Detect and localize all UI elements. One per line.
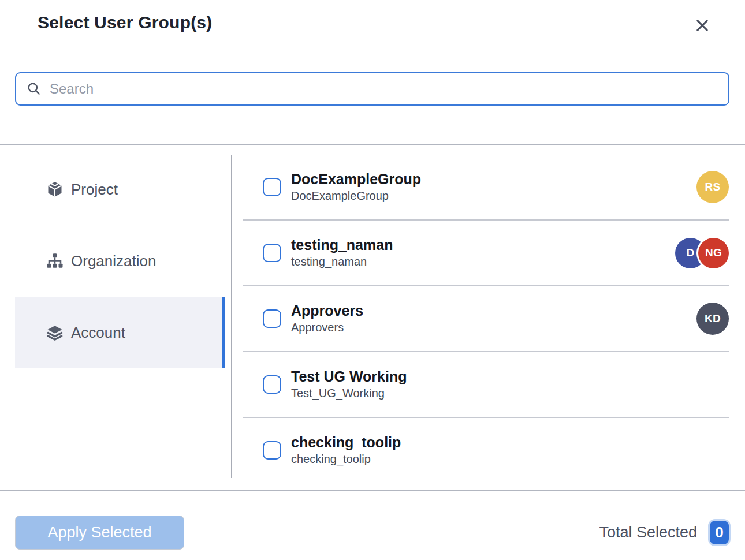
layers-icon [46,324,64,341]
group-checkbox[interactable] [263,178,281,196]
group-title: DocExampleGroup [291,170,421,188]
group-title: Test UG Working [291,368,407,386]
group-row[interactable]: Test UG Working Test_UG_Working [232,352,745,417]
apply-selected-button[interactable]: Apply Selected [15,516,184,550]
group-row[interactable]: DocExampleGroup DocExampleGroup RS [232,155,745,219]
group-row[interactable]: testing_naman testing_naman DNG [232,221,745,285]
group-row[interactable]: Approvers Approvers KD [232,286,745,351]
sitemap-icon [46,252,64,270]
modal-body: Project Organization Account DocExampleG… [0,145,745,490]
avatar-badge: RS [696,171,729,203]
cube-icon [46,181,64,198]
group-avatars: KD [696,303,729,335]
group-title: Approvers [291,302,363,320]
group-checkbox[interactable] [263,309,281,328]
modal-header: Select User Group(s) [0,0,745,72]
total-selected-label: Total Selected [599,524,697,542]
search-box[interactable] [15,72,729,106]
close-icon [694,17,711,34]
sidebar-tab-label: Project [71,181,118,199]
sidebar-tab-project[interactable]: Project [15,154,225,225]
group-avatars: RS [696,171,729,203]
group-list: DocExampleGroup DocExampleGroup RS testi… [232,145,745,490]
group-subtitle: Test_UG_Working [291,386,407,401]
group-subtitle: Approvers [291,320,363,335]
group-title: checking_toolip [291,434,401,451]
modal-title: Select User Group(s) [38,13,212,32]
modal-footer: Apply Selected Total Selected 0 [0,491,745,560]
group-checkbox[interactable] [263,375,281,394]
sidebar-tab-organization[interactable]: Organization [15,225,225,297]
close-button[interactable] [692,15,713,36]
group-subtitle: testing_naman [291,254,393,270]
avatar-badge: NG [698,238,729,268]
group-avatars: DNG [675,238,729,268]
scope-sidebar: Project Organization Account [0,145,231,490]
avatar-badge: KD [696,303,729,335]
group-row[interactable]: checking_toolip checking_toolip [232,418,745,483]
sidebar-tab-account[interactable]: Account [15,297,225,368]
group-checkbox[interactable] [263,244,281,262]
group-title: testing_naman [291,236,393,254]
select-user-groups-modal: Select User Group(s) Project [0,0,745,560]
search-icon [27,81,42,96]
group-subtitle: DocExampleGroup [291,188,421,204]
sidebar-tab-label: Account [71,324,125,342]
search-input[interactable] [50,81,718,97]
group-checkbox[interactable] [263,441,281,460]
group-subtitle: checking_toolip [291,451,401,467]
total-selected-count-badge: 0 [710,521,729,544]
sidebar-tab-label: Organization [71,252,156,270]
